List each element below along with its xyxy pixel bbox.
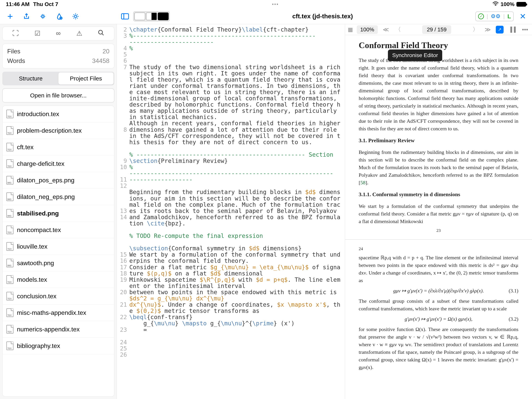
open-file-browser-button[interactable]: Open in file browser... [2,89,114,103]
file-name: introduction.tex [17,110,59,118]
file-name: models.tex [17,276,47,283]
infinity-icon[interactable]: ∞ [56,29,61,38]
files-value: 20 [102,48,109,55]
file-name: noncompact.tex [17,226,61,234]
file-row[interactable]: TEXcharge-deficit.tex [3,155,114,172]
svg-point-2 [74,15,77,18]
add-icon[interactable] [6,12,14,21]
status-bar: 11:46 AM Thu Oct 7 ••• 100% [0,0,532,9]
words-label: Words [7,57,25,64]
file-name: dilaton_neg_eps.png [17,193,75,200]
file-row[interactable]: IMGsawtooth.png [3,255,114,271]
check-icon: ✓ [478,13,484,19]
first-page-icon[interactable]: ≪ [382,26,390,33]
preview-toolbar: ▦ 100% ≪ 〈 29 / 159 〉 ≫ ↗ ▐▐ ••• [345,24,532,35]
file-row[interactable]: TEXnoncompact.tex [3,222,114,238]
preview-paragraph: for some positive function Ω(x). These a… [359,326,518,371]
drop-icon[interactable] [55,12,63,21]
file-row[interactable]: TEXconclusion.tex [3,288,114,304]
file-row[interactable]: TEXbibliography.tex [3,338,114,354]
file-list[interactable]: TEXintroduction.texTEXproblem-descriptio… [2,106,114,397]
file-row[interactable]: TEXmisc-maths-appendix.tex [3,304,114,321]
subsection-heading: 3.1.1. Conformal symmetry in d dimension… [359,190,518,199]
file-name: liouville.tex [17,243,48,250]
page-number: 24 [359,245,518,252]
file-icon: TEX [6,126,13,135]
file-name: misc-maths-appendix.tex [17,309,86,316]
file-row[interactable]: TEXcft.tex [3,139,114,155]
checkbox-icon[interactable]: ☑ [34,29,40,38]
preview-body[interactable]: Conformal Field Theory The study of the … [345,35,532,399]
file-name: numerics-appendix.tex [17,326,80,333]
sync-editor-button[interactable]: ↗ [496,26,504,33]
file-row[interactable]: TEXproblem-description.tex [3,122,114,139]
segment-project-files[interactable]: Project Files [58,72,114,84]
file-icon: TEX [6,309,13,317]
sidebar-tool-row: ⛶ ☑ ∞ ⚠ [2,26,114,40]
code-editor[interactable]: 2345678910111213141516171819202122232425… [117,24,345,399]
preview-paragraph: The conformal group consists of a subset… [359,297,518,313]
file-row[interactable]: TEXnumerics-appendix.tex [3,321,114,338]
document-title: cft.tex (jd-thesis.tex) [174,13,471,20]
preview-paragraph: spacetime ℝp,q with d = p + q. The line … [359,254,518,284]
next-page-icon[interactable]: 〉 [471,26,480,33]
file-name: sawtooth.png [17,259,54,267]
svg-point-0 [495,5,496,6]
status-date: Thu Oct 7 [33,1,58,7]
close-icon[interactable]: ✕ [519,12,526,21]
file-row[interactable]: IMGstabilised.png [3,205,114,222]
file-row[interactable]: TEXintroduction.tex [3,106,114,122]
view-preview-only[interactable] [158,13,169,20]
grid-icon[interactable]: ▦ [348,26,353,33]
view-mode-switcher[interactable] [133,11,170,21]
pause-icon[interactable]: ▐▐ [507,26,517,32]
file-row[interactable]: IMGdilaton_pos_eps.png [3,172,114,189]
equation: gμν ↦ g'μν(x') = (∂xλ/∂x'μ)(∂xρ/∂x'ν) gλ… [359,287,518,295]
last-page-icon[interactable]: ≫ [483,26,492,33]
search-icon[interactable] [98,29,104,38]
file-row[interactable]: IMGdilaton_neg_eps.png [3,189,114,205]
zoom-level[interactable]: 100% [357,25,378,34]
svg-point-5 [99,30,102,34]
words-value: 34458 [92,57,109,64]
file-icon: TEX [6,159,13,168]
section-heading: 3.1. Preliminary Review [359,136,518,145]
file-row[interactable]: TEXmodels.tex [3,271,114,288]
preview-paragraph: We start by a formulation of the conform… [359,202,518,225]
sparkle-icon[interactable] [38,12,47,21]
view-editor-only[interactable] [134,13,145,20]
wifi-icon [493,1,499,7]
gear-icon[interactable] [71,12,80,21]
file-icon: IMG [6,193,13,201]
file-icon: IMG [6,209,13,218]
multitask-dots[interactable]: ••• [58,2,493,7]
file-name: conclusion.tex [17,293,57,300]
sidebar-toggle-icon[interactable] [121,12,129,21]
warning-icon[interactable]: ⚠ [76,29,82,38]
svg-rect-3 [121,14,129,19]
prev-page-icon[interactable]: 〈 [394,26,402,33]
scan-icon[interactable]: ⛶ [12,29,19,38]
page-counter[interactable]: 29 / 159 [422,25,451,34]
file-icon: TEX [6,292,13,300]
code-area[interactable]: \chapter{Conformal Field Theory}\label{c… [128,24,345,399]
file-icon: TEX [6,143,13,151]
file-icon: IMG [6,176,13,185]
file-icon: TEX [6,341,13,350]
sidebar: ⛶ ☑ ∞ ⚠ Files 20 Words 34458 Structure P… [0,24,117,399]
view-split[interactable] [146,13,157,20]
more-icon[interactable]: ••• [521,26,529,33]
compile-status[interactable]: ✓ | ⚙⚙ | L [475,12,514,21]
status-time: 11:46 AM [6,1,30,7]
file-row[interactable]: TEXliouville.tex [3,238,114,255]
preview-paragraph: The study of the two dimensional string … [359,57,518,133]
battery-icon [516,2,526,7]
sidebar-segment[interactable]: Structure Project Files [2,72,114,85]
compile-gear-icon[interactable]: ⚙⚙ [491,13,500,19]
files-label: Files [7,48,20,55]
file-icon: TEX [6,110,13,118]
segment-structure[interactable]: Structure [3,72,58,84]
share-icon[interactable] [22,12,31,21]
file-name: charge-deficit.tex [17,160,64,167]
file-name: stabilised.png [17,210,59,217]
